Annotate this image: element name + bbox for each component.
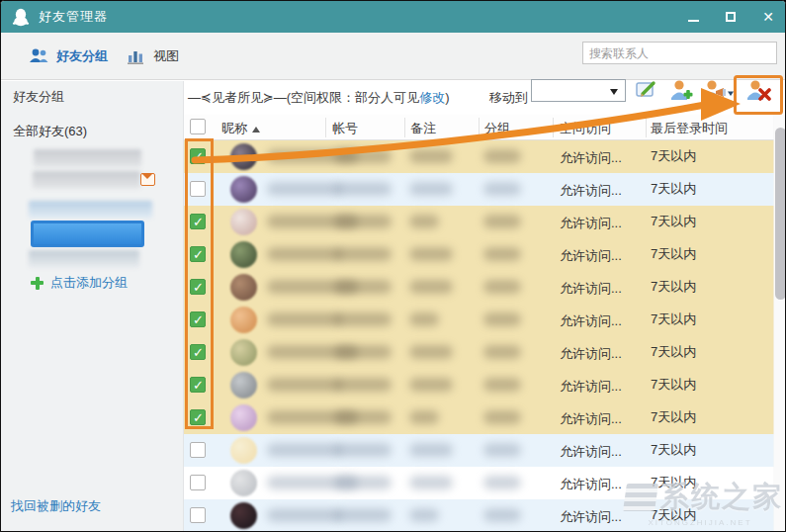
column-header-nickname[interactable]: 昵称 [221, 120, 260, 137]
maximize-button[interactable] [720, 6, 742, 28]
table-row[interactable]: 允许访问... 7天以内 [184, 206, 774, 238]
search-input[interactable] [582, 42, 777, 64]
friends-group-icon [29, 47, 48, 65]
close-button[interactable]: ✕ [757, 6, 779, 28]
redacted-account [334, 182, 392, 196]
space-access-cell: 允许访问... [560, 410, 622, 428]
move-to-dropdown[interactable] [531, 79, 626, 102]
row-checkbox[interactable] [190, 475, 206, 490]
redacted-nickname [267, 443, 342, 457]
avatar [230, 241, 257, 268]
last-login-cell: 7天以内 [651, 441, 696, 459]
sidebar-group-item[interactable] [34, 149, 141, 167]
sidebar-group-selected[interactable] [31, 221, 144, 247]
modify-permission-link[interactable]: 修改 [419, 90, 445, 105]
space-access-cell: 允许访问... [560, 215, 622, 232]
row-checkbox[interactable] [190, 246, 206, 262]
redacted-group [483, 247, 521, 261]
redacted-group [483, 508, 521, 522]
redacted-account [334, 247, 392, 261]
add-friend-button[interactable] [668, 78, 694, 104]
column-header-group[interactable]: 分组 [484, 120, 510, 137]
friend-table-body: 允许访问... 7天以内 允许访问... 7天以内 允许访问... 7天以内 允… [184, 140, 774, 532]
row-checkbox[interactable] [190, 344, 206, 360]
last-login-cell: 7天以内 [651, 310, 696, 328]
table-row[interactable]: 允许访问... 7天以内 [184, 467, 774, 499]
sidebar-group-item[interactable] [29, 201, 152, 219]
redacted-remark [409, 280, 453, 294]
table-row[interactable]: 允许访问... 7天以内 [184, 304, 774, 336]
table-row[interactable]: 允许访问... 7天以内 [184, 434, 774, 467]
redacted-account [334, 149, 392, 163]
redacted-nickname [267, 378, 342, 392]
title-bar: 好友管理器 ✕ [1, 1, 785, 33]
space-access-cell: 允许访问... [560, 508, 622, 526]
mail-badge-icon[interactable] [140, 173, 155, 186]
redacted-remark [409, 476, 453, 489]
redacted-nickname [267, 182, 342, 196]
table-row[interactable]: 允许访问... 7天以内 [184, 336, 774, 369]
move-to-label: 移动到 [489, 89, 528, 107]
space-access-cell: 允许访问... [560, 182, 622, 200]
row-checkbox[interactable] [190, 311, 206, 327]
minimize-button[interactable] [682, 6, 704, 28]
select-all-checkbox[interactable] [190, 119, 206, 134]
last-login-cell: 7天以内 [651, 343, 696, 361]
toolbar: 好友分组 视图 [1, 33, 785, 80]
redacted-remark [409, 182, 453, 196]
space-access-cell: 允许访问... [560, 476, 622, 493]
add-group-button[interactable]: 点击添加分组 [31, 274, 128, 292]
rename-group-button[interactable] [635, 78, 660, 104]
redacted-nickname [267, 247, 342, 261]
sort-asc-icon [252, 127, 260, 133]
space-access-cell: 允许访问... [560, 312, 622, 330]
table-row[interactable]: 允许访问... 7天以内 [184, 271, 774, 304]
column-header-space-access[interactable]: 空间访问 [560, 120, 611, 137]
vertical-scrollbar [773, 115, 786, 532]
column-header-account[interactable]: 帐号 [332, 120, 358, 137]
last-login-cell: 7天以内 [651, 506, 696, 524]
recommend-friend-button[interactable] [702, 78, 736, 104]
sidebar-friend-groups: 好友分组 全部好友(63) 点击添加分组 找回被删的好友 [1, 81, 184, 532]
sidebar-group-item[interactable] [29, 250, 139, 268]
table-row[interactable]: 允许访问... 7天以内 [184, 173, 774, 206]
last-login-cell: 7天以内 [651, 245, 696, 263]
recover-deleted-friends-link[interactable]: 找回被删的好友 [11, 497, 101, 515]
row-checkbox[interactable] [190, 279, 206, 295]
sidebar-item-all-friends[interactable]: 全部好友(63) [13, 123, 87, 140]
scrollbar-thumb[interactable] [775, 128, 786, 300]
avatar [230, 307, 257, 333]
redacted-group [483, 443, 521, 457]
tab-view[interactable]: 视图 [128, 33, 179, 80]
table-row[interactable]: 允许访问... 7天以内 [184, 238, 774, 271]
table-row[interactable]: 允许访问... 7天以内 [184, 499, 774, 532]
redacted-remark [409, 312, 439, 326]
chevron-down-icon [610, 89, 618, 95]
last-login-cell: 7天以内 [651, 213, 696, 230]
column-header-last-login[interactable]: 最后登录时间 [651, 120, 728, 137]
redacted-group [483, 149, 521, 163]
row-checkbox[interactable] [190, 181, 206, 197]
row-checkbox[interactable] [190, 409, 206, 425]
redacted-remark [409, 215, 439, 228]
add-group-label: 点击添加分组 [50, 274, 128, 292]
row-checkbox[interactable] [190, 214, 206, 229]
column-header-remark[interactable]: 备注 [410, 120, 436, 137]
row-checkbox[interactable] [190, 507, 206, 523]
sidebar-group-item[interactable] [33, 171, 140, 189]
delete-friend-button[interactable] [745, 78, 771, 104]
row-checkbox[interactable] [190, 377, 206, 393]
tab-friend-groups[interactable]: 好友分组 [29, 33, 108, 80]
table-row[interactable]: 允许访问... 7天以内 [184, 140, 774, 173]
redacted-remark [409, 378, 453, 392]
group-title-suffix: ) [445, 90, 449, 105]
last-login-cell: 7天以内 [651, 408, 696, 426]
row-checkbox[interactable] [190, 442, 206, 458]
last-login-cell: 7天以内 [651, 278, 696, 296]
row-checkbox[interactable] [190, 148, 206, 164]
table-row[interactable]: 允许访问... 7天以内 [184, 401, 774, 434]
redacted-nickname [267, 508, 342, 522]
table-row[interactable]: 允许访问... 7天以内 [184, 369, 774, 401]
redacted-account [334, 508, 392, 522]
plus-icon [31, 277, 44, 290]
